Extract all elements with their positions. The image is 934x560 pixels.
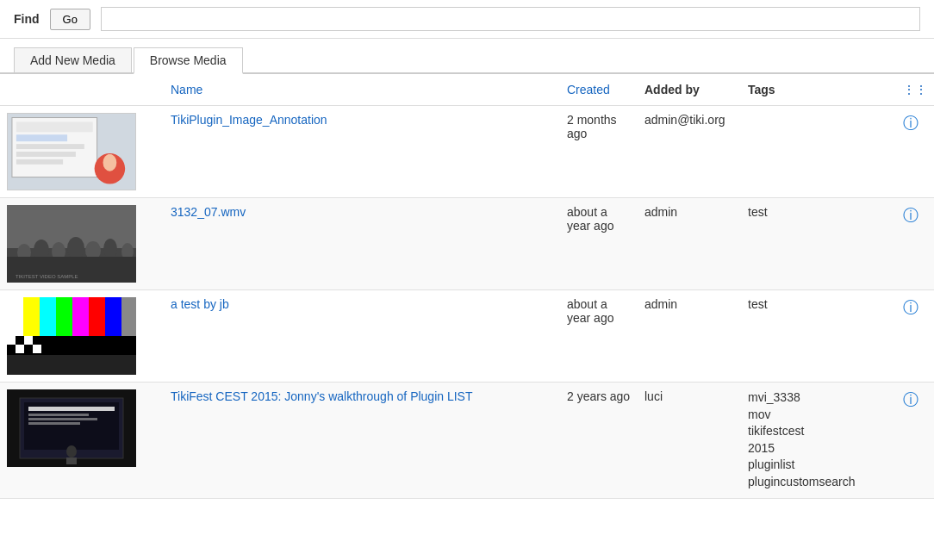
thumbnail-testpattern (7, 297, 136, 375)
svg-rect-26 (72, 297, 89, 336)
tags-cell (741, 106, 896, 198)
action-cell[interactable]: ⓘ (896, 106, 934, 198)
action-cell[interactable]: ⓘ (896, 290, 934, 383)
svg-rect-2 (16, 121, 93, 132)
created-cell: 2 months ago (560, 106, 638, 198)
svg-rect-32 (7, 336, 16, 345)
created-cell: about a year ago (560, 290, 638, 383)
tags-cell: test (741, 290, 896, 383)
svg-rect-34 (7, 345, 16, 353)
tags-cell: test (741, 198, 896, 290)
svg-rect-36 (24, 336, 33, 345)
svg-rect-3 (16, 134, 67, 141)
action-cell[interactable]: ⓘ (896, 198, 934, 290)
thumb-cell (0, 383, 164, 499)
added-by-cell: admin@tiki.org (638, 106, 741, 198)
media-link[interactable]: TikiFest CEST 2015: Jonny's walkthrough … (171, 389, 473, 403)
svg-point-17 (103, 239, 117, 259)
media-link[interactable]: 3132_07.wmv (171, 205, 246, 219)
top-bar: Find Go (0, 0, 934, 39)
svg-rect-35 (16, 345, 24, 353)
svg-rect-39 (33, 345, 41, 353)
action-cell[interactable]: ⓘ (896, 383, 934, 499)
created-cell: 2 years ago (560, 383, 638, 499)
svg-point-47 (66, 445, 77, 457)
col-header-name[interactable]: Name (164, 74, 560, 106)
svg-rect-27 (89, 297, 105, 336)
table-row: TikiPlugin_Image_Annotation 2 months ago… (0, 106, 934, 198)
svg-rect-4 (16, 144, 84, 149)
svg-point-15 (67, 237, 84, 259)
svg-rect-5 (16, 152, 76, 157)
svg-text:TIKITEST VIDEO SAMPLE: TIKITEST VIDEO SAMPLE (16, 274, 78, 279)
svg-rect-45 (28, 418, 97, 420)
find-label: Find (14, 12, 40, 26)
thumbnail-presentation (7, 389, 136, 467)
col-header-tags: Tags (741, 74, 896, 106)
col-header-actions[interactable]: ⋮⋮ (896, 74, 934, 106)
svg-rect-31 (7, 355, 136, 375)
tags-cell: mvi_3338 mov tikifestcest 2015 pluginlis… (741, 383, 896, 499)
name-cell: a test by jb (164, 290, 560, 383)
tabs-bar: Add New Media Browse Media (0, 39, 934, 74)
name-cell: TikiFest CEST 2015: Jonny's walkthrough … (164, 383, 560, 499)
media-link[interactable]: TikiPlugin_Image_Annotation (171, 113, 327, 127)
go-button[interactable]: Go (50, 9, 90, 30)
svg-point-9 (105, 154, 114, 163)
svg-rect-25 (56, 297, 72, 336)
added-by-cell: admin (638, 290, 741, 383)
svg-rect-22 (7, 297, 23, 336)
thumb-cell: TIKITEST VIDEO SAMPLE (0, 198, 164, 290)
created-cell: about a year ago (560, 198, 638, 290)
svg-rect-43 (28, 407, 115, 411)
svg-rect-24 (40, 297, 56, 336)
media-table: Name Created Added by Tags ⋮⋮ (0, 74, 934, 499)
svg-rect-44 (28, 414, 89, 416)
thumb-cell (0, 290, 164, 383)
col-header-created[interactable]: Created (560, 74, 638, 106)
svg-rect-6 (16, 159, 63, 165)
added-by-cell: admin (638, 198, 741, 290)
tab-add-new-media[interactable]: Add New Media (14, 47, 132, 72)
thumbnail-crowd: TIKITEST VIDEO SAMPLE (7, 205, 136, 283)
name-cell: 3132_07.wmv (164, 198, 560, 290)
svg-rect-37 (33, 336, 41, 345)
svg-rect-46 (28, 422, 80, 425)
table-row: a test by jb about a year ago admin test… (0, 290, 934, 383)
table-row: TIKITEST VIDEO SAMPLE 3132_07.wmv about … (0, 198, 934, 290)
table-row: TikiFest CEST 2015: Jonny's walkthrough … (0, 383, 934, 499)
thumbnail-annotation (8, 113, 135, 190)
added-by-cell: luci (638, 383, 741, 499)
tab-browse-media[interactable]: Browse Media (134, 47, 243, 74)
svg-rect-28 (105, 297, 121, 336)
svg-rect-48 (66, 457, 77, 464)
svg-rect-23 (23, 297, 40, 336)
col-header-added-by: Added by (638, 74, 741, 106)
svg-rect-29 (121, 297, 136, 336)
thumb-cell (0, 106, 164, 198)
svg-rect-38 (24, 345, 33, 353)
svg-rect-33 (16, 336, 24, 345)
col-header-thumb (0, 74, 164, 106)
media-link[interactable]: a test by jb (171, 297, 229, 311)
name-cell: TikiPlugin_Image_Annotation (164, 106, 560, 198)
search-input[interactable] (101, 7, 920, 31)
